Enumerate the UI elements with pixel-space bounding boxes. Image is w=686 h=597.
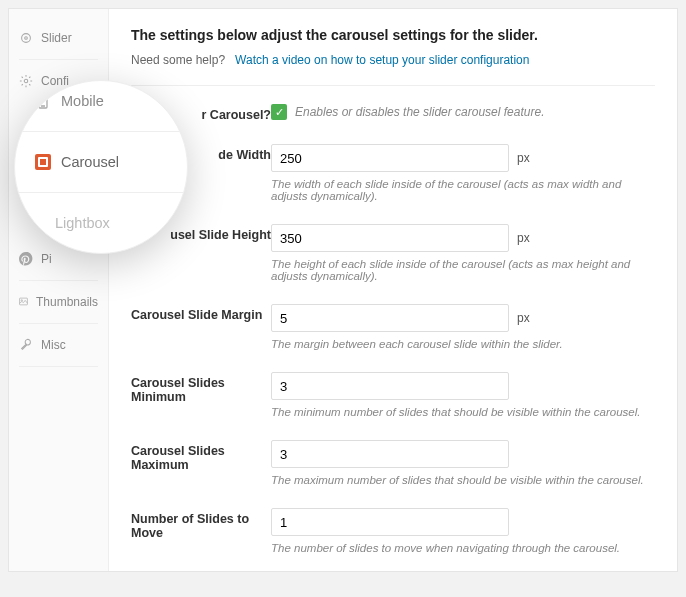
- sidebar-item-label: Slider: [41, 31, 72, 45]
- svg-point-0: [22, 34, 31, 43]
- field-desc: The number of slides to move when naviga…: [271, 542, 655, 554]
- slide-height-input[interactable]: [271, 224, 509, 252]
- mag-label: Mobile: [61, 93, 104, 109]
- unit-label: px: [517, 151, 530, 165]
- slides-move-input[interactable]: [271, 508, 509, 536]
- field-slides-move: Number of Slides to Move The number of s…: [131, 508, 655, 554]
- page-title: The settings below adjust the carousel s…: [131, 27, 655, 43]
- field-desc: Enables or disables the slider carousel …: [295, 105, 544, 119]
- mag-item-carousel[interactable]: Carousel: [15, 132, 187, 193]
- mag-label: Carousel: [61, 154, 119, 170]
- sidebar-item-label: Misc: [41, 338, 66, 352]
- svg-point-1: [25, 37, 28, 40]
- magnifier-overlay: Mobile Carousel Lightbox: [14, 80, 188, 254]
- field-desc: The margin between each carousel slide w…: [271, 338, 655, 350]
- field-label: Carousel Slides Maximum: [131, 440, 271, 486]
- help-link[interactable]: Watch a video on how to setup your slide…: [235, 53, 529, 67]
- field-enable-carousel: r Carousel? ✓ Enables or disables the sl…: [131, 104, 655, 122]
- field-slides-min: Carousel Slides Minimum The minimum numb…: [131, 372, 655, 418]
- slides-max-input[interactable]: [271, 440, 509, 468]
- help-prefix: Need some help?: [131, 53, 225, 67]
- gear-icon: [19, 74, 33, 88]
- sidebar-item-label: Confi: [41, 74, 69, 88]
- field-label: Number of Slides to Move: [131, 508, 271, 554]
- svg-point-4: [21, 300, 22, 301]
- carousel-icon: [35, 154, 51, 170]
- slide-margin-input[interactable]: [271, 304, 509, 332]
- wrench-icon: [19, 338, 33, 352]
- main-content: The settings below adjust the carousel s…: [109, 9, 677, 571]
- field-slide-margin: Carousel Slide Margin px The margin betw…: [131, 304, 655, 350]
- unit-label: px: [517, 231, 530, 245]
- field-desc: The minimum number of slides that should…: [271, 406, 655, 418]
- unit-label: px: [517, 311, 530, 325]
- help-row: Need some help? Watch a video on how to …: [131, 53, 655, 67]
- field-desc: The width of each slide inside of the ca…: [271, 178, 655, 202]
- field-label: Carousel Slides Minimum: [131, 372, 271, 418]
- target-icon: [19, 31, 33, 45]
- slides-min-input[interactable]: [271, 372, 509, 400]
- pinterest-icon: [19, 252, 33, 266]
- field-slide-width: de Width px The width of each slide insi…: [131, 144, 655, 202]
- sidebar-item-label: Pi: [41, 252, 52, 266]
- field-desc: The height of each slide inside of the c…: [271, 258, 655, 282]
- field-desc: The maximum number of slides that should…: [271, 474, 655, 486]
- mag-label: Lightbox: [55, 215, 110, 231]
- sidebar-item-thumbnails[interactable]: Thumbnails: [9, 283, 108, 321]
- image-icon: [19, 295, 28, 309]
- field-slides-max: Carousel Slides Maximum The maximum numb…: [131, 440, 655, 486]
- slide-width-input[interactable]: [271, 144, 509, 172]
- sidebar-item-slider[interactable]: Slider: [9, 19, 108, 57]
- checkbox-enable[interactable]: ✓: [271, 104, 287, 120]
- sidebar-item-label: Thumbnails: [36, 295, 98, 309]
- sidebar-item-misc[interactable]: Misc: [9, 326, 108, 364]
- svg-point-2: [24, 79, 28, 83]
- field-label: Carousel Slide Margin: [131, 304, 271, 350]
- field-slide-height: usel Slide Height px The height of each …: [131, 224, 655, 282]
- divider: [131, 85, 655, 86]
